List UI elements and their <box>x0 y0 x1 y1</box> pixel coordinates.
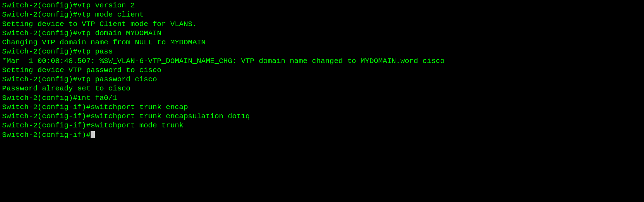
terminal-line: Switch-2(config)#vtp mode client <box>2 10 642 19</box>
terminal-line: Switch-2(config-if)# <box>2 131 642 140</box>
terminal-line: Switch-2(config)#int fa0/1 <box>2 94 642 103</box>
terminal-command: switchport trunk encapsulation dot1q <box>91 112 250 120</box>
terminal-line: Switch-2(config)#vtp pass <box>2 47 642 56</box>
terminal-line: Switch-2(config)#vtp version 2 <box>2 1 642 10</box>
cursor-icon <box>91 131 95 138</box>
terminal-line: Switch-2(config-if)#switchport mode trun… <box>2 121 642 130</box>
terminal-line: Setting device to VTP Client mode for VL… <box>2 20 642 29</box>
terminal-output: Setting device to VTP Client mode for VL… <box>2 20 197 28</box>
terminal-prompt: Switch-2(config)# <box>2 29 77 37</box>
terminal-prompt: Switch-2(config)# <box>2 94 77 102</box>
terminal-prompt: Switch-2(config-if)# <box>2 103 91 111</box>
terminal-prompt: Switch-2(config)# <box>2 48 77 56</box>
terminal-output: *Mar 1 00:08:48.507: %SW_VLAN-6-VTP_DOMA… <box>2 57 445 65</box>
terminal-prompt: Switch-2(config)# <box>2 75 77 83</box>
terminal-line: Switch-2(config)#vtp password cisco <box>2 75 642 84</box>
terminal-command: vtp domain MYDOMAIN <box>77 29 161 37</box>
terminal-line: Setting device VTP password to cisco <box>2 66 642 75</box>
terminal-output: Password already set to cisco <box>2 84 130 93</box>
terminal-prompt: Switch-2(config-if)# <box>2 131 91 139</box>
terminal-command: vtp password cisco <box>77 75 157 83</box>
terminal-window[interactable]: Switch-2(config)#vtp version 2Switch-2(c… <box>2 1 642 140</box>
terminal-prompt: Switch-2(config-if)# <box>2 112 91 120</box>
terminal-prompt: Switch-2(config-if)# <box>2 121 91 130</box>
terminal-command: int fa0/1 <box>77 94 117 102</box>
terminal-prompt: Switch-2(config)# <box>2 1 77 10</box>
terminal-command: switchport trunk encap <box>91 103 188 111</box>
terminal-command: vtp pass <box>77 48 113 56</box>
terminal-line: Switch-2(config-if)#switchport trunk enc… <box>2 103 642 112</box>
terminal-command: vtp mode client <box>77 11 144 19</box>
terminal-output: Setting device VTP password to cisco <box>2 66 162 74</box>
terminal-line: Password already set to cisco <box>2 84 642 93</box>
terminal-line: *Mar 1 00:08:48.507: %SW_VLAN-6-VTP_DOMA… <box>2 57 642 66</box>
terminal-output: Changing VTP domain name from NULL to MY… <box>2 38 206 46</box>
terminal-line: Switch-2(config-if)#switchport trunk enc… <box>2 112 642 121</box>
terminal-command: vtp version 2 <box>77 1 135 10</box>
terminal-command: switchport mode trunk <box>91 121 184 130</box>
terminal-line: Changing VTP domain name from NULL to MY… <box>2 38 642 47</box>
terminal-prompt: Switch-2(config)# <box>2 11 77 19</box>
terminal-line: Switch-2(config)#vtp domain MYDOMAIN <box>2 29 642 38</box>
